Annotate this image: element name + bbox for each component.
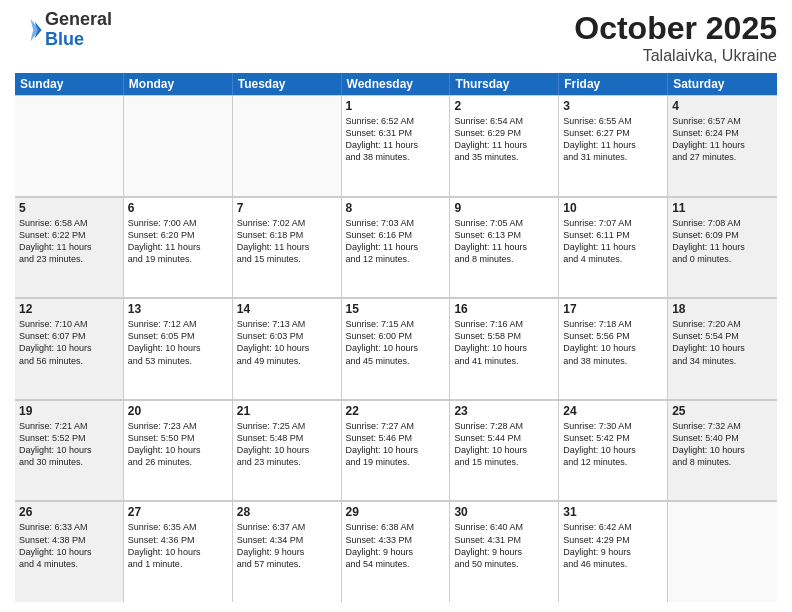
cal-cell-empty bbox=[124, 95, 233, 196]
cell-daylight-info: Sunrise: 7:10 AM Sunset: 6:07 PM Dayligh… bbox=[19, 318, 119, 367]
day-number: 15 bbox=[346, 302, 446, 316]
day-number: 11 bbox=[672, 201, 773, 215]
cell-daylight-info: Sunrise: 7:30 AM Sunset: 5:42 PM Dayligh… bbox=[563, 420, 663, 469]
calendar-body: 1Sunrise: 6:52 AM Sunset: 6:31 PM Daylig… bbox=[15, 95, 777, 602]
cell-daylight-info: Sunrise: 7:28 AM Sunset: 5:44 PM Dayligh… bbox=[454, 420, 554, 469]
cal-cell-empty bbox=[15, 95, 124, 196]
cell-daylight-info: Sunrise: 7:16 AM Sunset: 5:58 PM Dayligh… bbox=[454, 318, 554, 367]
cell-daylight-info: Sunrise: 7:03 AM Sunset: 6:16 PM Dayligh… bbox=[346, 217, 446, 266]
cell-daylight-info: Sunrise: 7:13 AM Sunset: 6:03 PM Dayligh… bbox=[237, 318, 337, 367]
cal-cell-day-11: 11Sunrise: 7:08 AM Sunset: 6:09 PM Dayli… bbox=[668, 197, 777, 298]
header: General Blue October 2025 Talalaivka, Uk… bbox=[15, 10, 777, 65]
cell-daylight-info: Sunrise: 7:05 AM Sunset: 6:13 PM Dayligh… bbox=[454, 217, 554, 266]
cal-cell-day-7: 7Sunrise: 7:02 AM Sunset: 6:18 PM Daylig… bbox=[233, 197, 342, 298]
cal-cell-day-9: 9Sunrise: 7:05 AM Sunset: 6:13 PM Daylig… bbox=[450, 197, 559, 298]
cell-daylight-info: Sunrise: 7:32 AM Sunset: 5:40 PM Dayligh… bbox=[672, 420, 773, 469]
day-number: 22 bbox=[346, 404, 446, 418]
cal-cell-day-22: 22Sunrise: 7:27 AM Sunset: 5:46 PM Dayli… bbox=[342, 400, 451, 501]
cal-cell-day-25: 25Sunrise: 7:32 AM Sunset: 5:40 PM Dayli… bbox=[668, 400, 777, 501]
cell-daylight-info: Sunrise: 7:07 AM Sunset: 6:11 PM Dayligh… bbox=[563, 217, 663, 266]
cell-daylight-info: Sunrise: 6:38 AM Sunset: 4:33 PM Dayligh… bbox=[346, 521, 446, 570]
day-number: 25 bbox=[672, 404, 773, 418]
cell-daylight-info: Sunrise: 7:18 AM Sunset: 5:56 PM Dayligh… bbox=[563, 318, 663, 367]
cell-daylight-info: Sunrise: 6:52 AM Sunset: 6:31 PM Dayligh… bbox=[346, 115, 446, 164]
cal-cell-day-27: 27Sunrise: 6:35 AM Sunset: 4:36 PM Dayli… bbox=[124, 501, 233, 602]
cell-daylight-info: Sunrise: 7:23 AM Sunset: 5:50 PM Dayligh… bbox=[128, 420, 228, 469]
cal-cell-day-30: 30Sunrise: 6:40 AM Sunset: 4:31 PM Dayli… bbox=[450, 501, 559, 602]
title-block: October 2025 Talalaivka, Ukraine bbox=[574, 10, 777, 65]
calendar-title: October 2025 bbox=[574, 10, 777, 47]
cal-cell-day-6: 6Sunrise: 7:00 AM Sunset: 6:20 PM Daylig… bbox=[124, 197, 233, 298]
cal-cell-day-31: 31Sunrise: 6:42 AM Sunset: 4:29 PM Dayli… bbox=[559, 501, 668, 602]
cell-daylight-info: Sunrise: 7:08 AM Sunset: 6:09 PM Dayligh… bbox=[672, 217, 773, 266]
day-number: 17 bbox=[563, 302, 663, 316]
cell-daylight-info: Sunrise: 6:42 AM Sunset: 4:29 PM Dayligh… bbox=[563, 521, 663, 570]
day-number: 13 bbox=[128, 302, 228, 316]
cal-cell-day-26: 26Sunrise: 6:33 AM Sunset: 4:38 PM Dayli… bbox=[15, 501, 124, 602]
cal-header-monday: Monday bbox=[124, 73, 233, 95]
cell-daylight-info: Sunrise: 7:21 AM Sunset: 5:52 PM Dayligh… bbox=[19, 420, 119, 469]
cal-week-1: 1Sunrise: 6:52 AM Sunset: 6:31 PM Daylig… bbox=[15, 95, 777, 197]
cal-cell-day-23: 23Sunrise: 7:28 AM Sunset: 5:44 PM Dayli… bbox=[450, 400, 559, 501]
cal-cell-empty bbox=[233, 95, 342, 196]
day-number: 27 bbox=[128, 505, 228, 519]
cell-daylight-info: Sunrise: 6:37 AM Sunset: 4:34 PM Dayligh… bbox=[237, 521, 337, 570]
day-number: 6 bbox=[128, 201, 228, 215]
cell-daylight-info: Sunrise: 7:20 AM Sunset: 5:54 PM Dayligh… bbox=[672, 318, 773, 367]
cell-daylight-info: Sunrise: 7:00 AM Sunset: 6:20 PM Dayligh… bbox=[128, 217, 228, 266]
cal-cell-day-21: 21Sunrise: 7:25 AM Sunset: 5:48 PM Dayli… bbox=[233, 400, 342, 501]
cell-daylight-info: Sunrise: 6:40 AM Sunset: 4:31 PM Dayligh… bbox=[454, 521, 554, 570]
cal-cell-day-3: 3Sunrise: 6:55 AM Sunset: 6:27 PM Daylig… bbox=[559, 95, 668, 196]
day-number: 19 bbox=[19, 404, 119, 418]
cal-header-tuesday: Tuesday bbox=[233, 73, 342, 95]
cal-cell-day-13: 13Sunrise: 7:12 AM Sunset: 6:05 PM Dayli… bbox=[124, 298, 233, 399]
cal-header-thursday: Thursday bbox=[450, 73, 559, 95]
cal-cell-day-20: 20Sunrise: 7:23 AM Sunset: 5:50 PM Dayli… bbox=[124, 400, 233, 501]
cal-cell-day-8: 8Sunrise: 7:03 AM Sunset: 6:16 PM Daylig… bbox=[342, 197, 451, 298]
cal-header-saturday: Saturday bbox=[668, 73, 777, 95]
day-number: 29 bbox=[346, 505, 446, 519]
day-number: 26 bbox=[19, 505, 119, 519]
day-number: 21 bbox=[237, 404, 337, 418]
cell-daylight-info: Sunrise: 6:35 AM Sunset: 4:36 PM Dayligh… bbox=[128, 521, 228, 570]
logo: General Blue bbox=[15, 10, 112, 50]
cal-cell-day-2: 2Sunrise: 6:54 AM Sunset: 6:29 PM Daylig… bbox=[450, 95, 559, 196]
cal-header-sunday: Sunday bbox=[15, 73, 124, 95]
day-number: 14 bbox=[237, 302, 337, 316]
day-number: 23 bbox=[454, 404, 554, 418]
day-number: 2 bbox=[454, 99, 554, 113]
cell-daylight-info: Sunrise: 6:54 AM Sunset: 6:29 PM Dayligh… bbox=[454, 115, 554, 164]
cal-cell-day-15: 15Sunrise: 7:15 AM Sunset: 6:00 PM Dayli… bbox=[342, 298, 451, 399]
day-number: 8 bbox=[346, 201, 446, 215]
day-number: 1 bbox=[346, 99, 446, 113]
day-number: 4 bbox=[672, 99, 773, 113]
calendar: SundayMondayTuesdayWednesdayThursdayFrid… bbox=[15, 73, 777, 602]
day-number: 20 bbox=[128, 404, 228, 418]
cal-cell-day-24: 24Sunrise: 7:30 AM Sunset: 5:42 PM Dayli… bbox=[559, 400, 668, 501]
day-number: 12 bbox=[19, 302, 119, 316]
cal-cell-day-14: 14Sunrise: 7:13 AM Sunset: 6:03 PM Dayli… bbox=[233, 298, 342, 399]
cal-cell-day-18: 18Sunrise: 7:20 AM Sunset: 5:54 PM Dayli… bbox=[668, 298, 777, 399]
cal-cell-day-17: 17Sunrise: 7:18 AM Sunset: 5:56 PM Dayli… bbox=[559, 298, 668, 399]
cell-daylight-info: Sunrise: 7:27 AM Sunset: 5:46 PM Dayligh… bbox=[346, 420, 446, 469]
cell-daylight-info: Sunrise: 6:55 AM Sunset: 6:27 PM Dayligh… bbox=[563, 115, 663, 164]
day-number: 31 bbox=[563, 505, 663, 519]
day-number: 18 bbox=[672, 302, 773, 316]
cal-cell-day-19: 19Sunrise: 7:21 AM Sunset: 5:52 PM Dayli… bbox=[15, 400, 124, 501]
cal-week-4: 19Sunrise: 7:21 AM Sunset: 5:52 PM Dayli… bbox=[15, 400, 777, 502]
logo-icon bbox=[15, 16, 43, 44]
cal-cell-day-4: 4Sunrise: 6:57 AM Sunset: 6:24 PM Daylig… bbox=[668, 95, 777, 196]
cal-cell-day-5: 5Sunrise: 6:58 AM Sunset: 6:22 PM Daylig… bbox=[15, 197, 124, 298]
cell-daylight-info: Sunrise: 7:25 AM Sunset: 5:48 PM Dayligh… bbox=[237, 420, 337, 469]
day-number: 9 bbox=[454, 201, 554, 215]
cal-cell-day-28: 28Sunrise: 6:37 AM Sunset: 4:34 PM Dayli… bbox=[233, 501, 342, 602]
cal-week-2: 5Sunrise: 6:58 AM Sunset: 6:22 PM Daylig… bbox=[15, 197, 777, 299]
cal-cell-empty bbox=[668, 501, 777, 602]
cal-cell-day-1: 1Sunrise: 6:52 AM Sunset: 6:31 PM Daylig… bbox=[342, 95, 451, 196]
calendar-header-row: SundayMondayTuesdayWednesdayThursdayFrid… bbox=[15, 73, 777, 95]
day-number: 10 bbox=[563, 201, 663, 215]
day-number: 3 bbox=[563, 99, 663, 113]
cell-daylight-info: Sunrise: 6:57 AM Sunset: 6:24 PM Dayligh… bbox=[672, 115, 773, 164]
cell-daylight-info: Sunrise: 6:33 AM Sunset: 4:38 PM Dayligh… bbox=[19, 521, 119, 570]
logo-text: General Blue bbox=[45, 10, 112, 50]
